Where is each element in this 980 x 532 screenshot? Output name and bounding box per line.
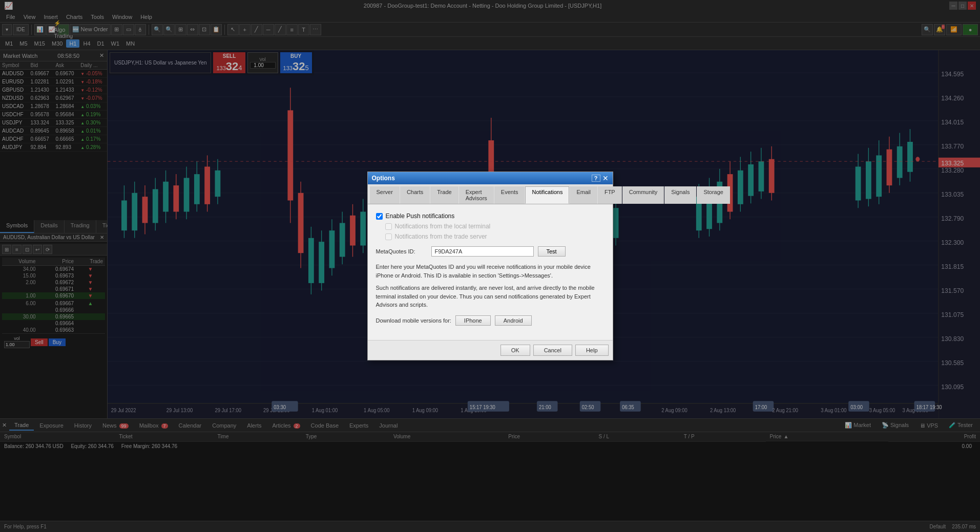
dialog-titlebar: Options ? ✕ bbox=[368, 172, 613, 184]
enable-push-row: Enable Push notifications bbox=[376, 212, 604, 220]
metaquotes-label: MetaQuotes ID: bbox=[376, 248, 427, 254]
dtab-email[interactable]: Email bbox=[570, 186, 597, 204]
metaquotes-row: MetaQuotes ID: Test bbox=[376, 246, 604, 257]
dtab-storage[interactable]: Storage bbox=[697, 186, 730, 204]
notif-local-label: Notifications from the local terminal bbox=[395, 223, 491, 230]
help-button[interactable]: Help bbox=[575, 345, 609, 356]
metaquotes-input[interactable] bbox=[431, 246, 534, 257]
dialog-overlay: Options ? ✕ Server Charts Trade Expert A… bbox=[0, 0, 980, 532]
dialog-title-controls: ? ✕ bbox=[592, 174, 609, 182]
dialog-footer: OK Cancel Help bbox=[368, 340, 613, 360]
dialog-help-btn[interactable]: ? bbox=[592, 175, 600, 182]
iphone-button[interactable]: IPhone bbox=[455, 315, 491, 326]
info-text-1: Enter here your MetaQuotes ID and you wi… bbox=[376, 263, 604, 280]
dialog-tabs: Server Charts Trade Expert Advisors Even… bbox=[368, 184, 613, 204]
android-button[interactable]: Android bbox=[495, 315, 532, 326]
notif-server-checkbox[interactable] bbox=[385, 233, 392, 240]
download-row: Download mobile versions for: IPhone And… bbox=[376, 315, 604, 326]
dtab-events[interactable]: Events bbox=[494, 186, 525, 204]
dtab-notifications[interactable]: Notifications bbox=[525, 186, 569, 204]
notif-local-checkbox[interactable] bbox=[385, 223, 392, 230]
download-label: Download mobile versions for: bbox=[376, 317, 451, 324]
dtab-ftp[interactable]: FTP bbox=[598, 186, 622, 204]
dtab-expert[interactable]: Expert Advisors bbox=[459, 186, 494, 204]
notif-server-label: Notifications from the trade server bbox=[395, 233, 487, 240]
ok-button[interactable]: OK bbox=[501, 345, 530, 356]
enable-push-label: Enable Push notifications bbox=[386, 212, 455, 220]
info-text-2: Such notifications are delivered instant… bbox=[376, 284, 604, 309]
dtab-community[interactable]: Community bbox=[622, 186, 664, 204]
dialog-close-btn[interactable]: ✕ bbox=[602, 174, 609, 182]
cancel-button[interactable]: Cancel bbox=[533, 345, 572, 356]
dtab-server[interactable]: Server bbox=[370, 186, 400, 204]
notif-server-row: Notifications from the trade server bbox=[385, 233, 604, 240]
dtab-signals[interactable]: Signals bbox=[664, 186, 696, 204]
options-dialog: Options ? ✕ Server Charts Trade Expert A… bbox=[367, 172, 613, 360]
dtab-trade[interactable]: Trade bbox=[430, 186, 458, 204]
dtab-charts[interactable]: Charts bbox=[400, 186, 430, 204]
dialog-title: Options bbox=[372, 175, 395, 182]
dialog-body: Enable Push notifications Notifications … bbox=[368, 204, 613, 340]
enable-push-checkbox[interactable] bbox=[376, 213, 383, 220]
test-button[interactable]: Test bbox=[538, 246, 566, 257]
notif-local-row: Notifications from the local terminal bbox=[385, 223, 604, 230]
